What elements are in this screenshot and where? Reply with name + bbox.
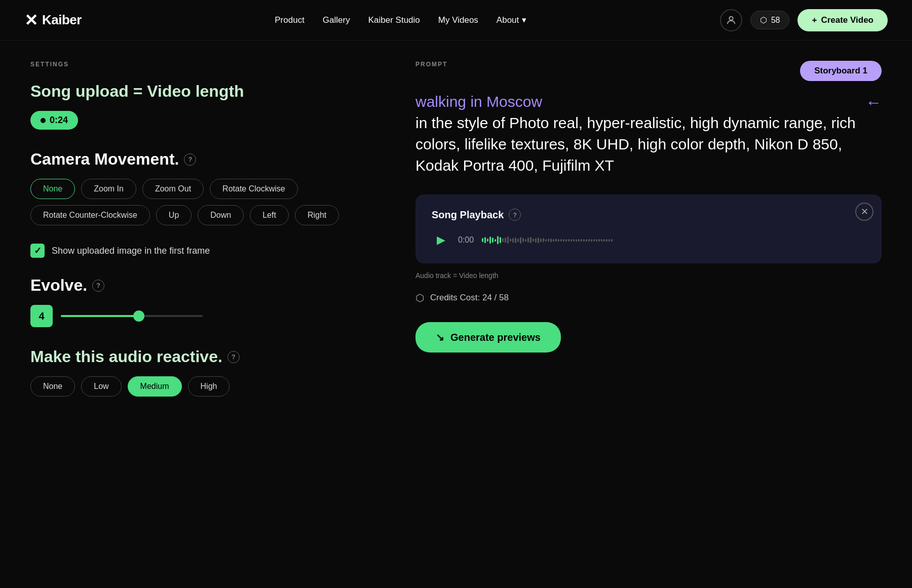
credits-count: 58 (771, 16, 780, 25)
audio-option-none[interactable]: None (30, 376, 75, 397)
audio-options: None Low Medium High (30, 376, 355, 397)
credits-text: Credits Cost: 24 / 58 (430, 293, 509, 303)
generate-previews-button[interactable]: ↘ Generate previews (415, 322, 561, 352)
close-playback-button[interactable]: ✕ (855, 203, 873, 221)
credits-icon: ⬡ (415, 292, 424, 304)
generate-icon: ↘ (436, 331, 444, 343)
main-layout: SETTINGS Song upload = Video length 0:24… (0, 41, 912, 588)
evolve-slider[interactable] (61, 315, 203, 317)
camera-option-rotate-cw[interactable]: Rotate Clockwise (210, 179, 298, 199)
plus-icon: + (812, 15, 817, 25)
prompt-content: walking in Moscow in the style of Photo … (415, 91, 882, 176)
evolve-slider-row: 4 (30, 305, 355, 327)
audio-help-icon[interactable]: ? (227, 351, 240, 363)
svg-point-0 (729, 16, 733, 20)
camera-option-zoom-in[interactable]: Zoom In (81, 179, 136, 199)
credits-row: ⬡ Credits Cost: 24 / 58 (415, 292, 882, 304)
credits-badge[interactable]: ⬡ 58 (750, 11, 790, 29)
left-panel: SETTINGS Song upload = Video length 0:24… (0, 41, 385, 588)
audio-reactive-section: Make this audio reactive. ? None Low Med… (30, 347, 355, 397)
audio-track-note: Audio track = Video length (415, 271, 882, 280)
camera-option-down[interactable]: Down (198, 205, 244, 225)
camera-option-left[interactable]: Left (250, 205, 289, 225)
camera-option-right[interactable]: Right (295, 205, 339, 225)
camera-option-rotate-ccw[interactable]: Rotate Counter-Clockwise (30, 205, 150, 225)
play-button[interactable]: ▶ (432, 231, 450, 249)
chevron-down-icon: ▾ (522, 15, 526, 25)
nav-kaiber-studio[interactable]: Kaiber Studio (368, 15, 420, 25)
song-upload-title: Song upload = Video length (30, 82, 355, 101)
camera-option-up[interactable]: Up (156, 205, 192, 225)
duration-badge: 0:24 (30, 111, 78, 130)
song-playback-card: ✕ Song Playback ? ▶ 0:00 (415, 194, 882, 263)
camera-help-icon[interactable]: ? (184, 153, 196, 166)
camera-movement-section: Camera Movement. ? None Zoom In Zoom Out… (30, 150, 355, 225)
logo-icon: ✕ (24, 11, 37, 30)
nav-links: Product Gallery Kaiber Studio My Videos … (275, 15, 526, 25)
song-playback-title: Song Playback ? (432, 209, 865, 221)
right-panel: PROMPT Storyboard 1 walking in Moscow in… (385, 41, 912, 588)
camera-options: None Zoom In Zoom Out Rotate Clockwise R… (30, 179, 355, 225)
evolve-section: Evolve. ? 4 (30, 276, 355, 327)
credits-coin-icon: ⬡ (760, 15, 767, 25)
audio-reactive-title: Make this audio reactive. ? (30, 347, 355, 366)
audio-option-high[interactable]: High (188, 376, 230, 397)
create-video-button[interactable]: + Create Video (797, 9, 888, 31)
prompt-text-block: walking in Moscow in the style of Photo … (415, 91, 865, 176)
nav-right: ⬡ 58 + Create Video (720, 9, 888, 31)
settings-label: SETTINGS (30, 61, 355, 68)
evolve-title: Evolve. ? (30, 276, 355, 295)
playback-help-icon[interactable]: ? (509, 209, 521, 221)
nav-product[interactable]: Product (275, 15, 305, 25)
prompt-purple: walking in Moscow (415, 91, 865, 112)
nav-my-videos[interactable]: My Videos (438, 15, 478, 25)
first-frame-label: Show uploaded image in the first frame (52, 246, 210, 256)
nav-gallery[interactable]: Gallery (323, 15, 350, 25)
prompt-header: PROMPT Storyboard 1 (415, 61, 882, 81)
evolve-value: 4 (30, 305, 53, 327)
evolve-slider-fill (61, 315, 139, 317)
generate-label: Generate previews (450, 332, 541, 343)
nav-about[interactable]: About ▾ (497, 15, 526, 25)
storyboard-button[interactable]: Storyboard 1 (800, 61, 882, 81)
evolve-help-icon[interactable]: ? (92, 280, 104, 292)
audio-option-medium[interactable]: Medium (128, 376, 182, 397)
evolve-slider-thumb[interactable] (133, 310, 144, 322)
logo-text: Kaiber (42, 12, 82, 28)
first-frame-checkbox-row: ✓ Show uploaded image in the first frame (30, 244, 355, 258)
camera-option-none[interactable]: None (30, 179, 75, 199)
prompt-white: in the style of Photo real, hyper-realis… (415, 112, 865, 176)
navbar: ✕ Kaiber Product Gallery Kaiber Studio M… (0, 0, 912, 41)
logo[interactable]: ✕ Kaiber (24, 11, 82, 30)
playback-controls: ▶ 0:00 (432, 231, 865, 249)
back-arrow-icon[interactable]: ← (865, 93, 882, 112)
waveform (482, 232, 865, 248)
audio-option-low[interactable]: Low (81, 376, 121, 397)
camera-option-zoom-out[interactable]: Zoom Out (142, 179, 204, 199)
duration-value: 0:24 (50, 115, 68, 126)
prompt-label: PROMPT (415, 61, 447, 68)
duration-dot (41, 118, 46, 123)
camera-movement-title: Camera Movement. ? (30, 150, 355, 169)
playback-time: 0:00 (458, 236, 474, 245)
user-icon-button[interactable] (720, 9, 742, 31)
first-frame-checkbox[interactable]: ✓ (30, 244, 45, 258)
